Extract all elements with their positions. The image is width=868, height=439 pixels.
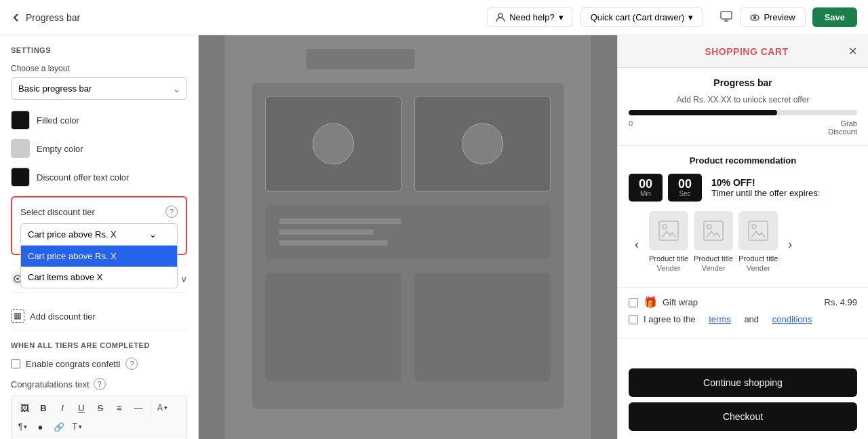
discount-tier-display[interactable]: Cart price above Rs. X ⌄ <box>20 223 178 246</box>
cart-select-button[interactable]: Quick cart (Cart drawer) ▾ <box>580 7 704 27</box>
product-vendor-1: Vender <box>649 264 688 272</box>
add-discount-tier-row[interactable]: Add discount tier <box>11 303 187 330</box>
svg-rect-6 <box>307 49 415 69</box>
next-products-arrow[interactable]: › <box>782 237 798 252</box>
layout-label: Choose a layout <box>11 64 187 73</box>
cart-drawer: SHOPPING CART ✕ Progress bar Add Rs. XX.… <box>617 35 868 439</box>
timer-row: 00 Min 00 Sec 10% OFF! Timer until the o… <box>629 174 857 202</box>
preview-label: Preview <box>764 12 795 22</box>
tier-option-1[interactable]: Cart price above Rs. X <box>21 246 177 267</box>
main-layout: SETTINGS Choose a layout Basic progress … <box>0 35 868 439</box>
toolbar-font-color-dropdown[interactable]: A ▾ <box>155 402 170 414</box>
toolbar-align-btn[interactable]: ≡ <box>111 399 128 417</box>
terms-and: and <box>744 314 759 324</box>
terms-row: I agree to the terms and conditions <box>629 314 857 324</box>
svg-rect-14 <box>415 273 551 381</box>
discount-tier-label: Select discount tier <box>20 207 95 217</box>
confetti-help-icon[interactable]: ? <box>125 358 138 370</box>
topbar-center: Need help? ▾ Quick cart (Cart drawer) ▾ <box>487 7 703 27</box>
toolbar-link-btn[interactable]: 🔗 <box>50 418 68 436</box>
tiers-section: WHEN ALL TIERS ARE COMPLETED Enable cong… <box>11 330 187 438</box>
product-card-3: Product title Vender <box>738 211 778 272</box>
svg-point-11 <box>462 123 503 164</box>
toolbar-divider-1 <box>151 401 151 415</box>
topbar: Progress bar Need help? ▾ Quick cart (Ca… <box>0 0 868 35</box>
empty-color-row: Empty color <box>11 139 187 158</box>
toolbar-para-dropdown[interactable]: ¶ ▾ <box>16 421 30 433</box>
timer-text: 10% OFF! Timer until the offer expires: <box>711 177 820 198</box>
toolbar-highlight-btn[interactable]: ● <box>31 418 49 436</box>
editor-toolbar: 🖼 B I U S ≡ — A ▾ ¶ ▾ ● 🔗 T ▾ <box>11 396 187 438</box>
canvas <box>199 35 617 439</box>
toolbar-underline-btn[interactable]: U <box>73 399 90 417</box>
timer-sec-box: 00 Sec <box>668 174 702 202</box>
empty-color-label: Empty color <box>37 144 83 154</box>
canvas-bg <box>199 35 617 439</box>
rec-title: Product recommendation <box>629 155 857 166</box>
left-panel: SETTINGS Choose a layout Basic progress … <box>0 35 199 439</box>
add-tier-icon <box>11 309 24 323</box>
progress-end-label: GrabDiscount <box>828 119 857 136</box>
discount-tier-dropdown: Cart price above Rs. X ⌄ Cart price abov… <box>20 223 178 246</box>
progress-labels: 0 GrabDiscount <box>629 119 857 136</box>
checkout-button[interactable]: Checkout <box>629 402 857 431</box>
eye-icon <box>750 13 760 22</box>
help-label: Need help? <box>509 12 555 22</box>
svg-point-23 <box>752 225 756 229</box>
gift-wrap-icon: 🎁 <box>644 296 657 309</box>
gift-wrap-checkbox[interactable] <box>629 298 638 307</box>
congrats-help-icon[interactable]: ? <box>94 378 106 390</box>
cart-buttons: Continue shopping Checkout <box>618 360 868 439</box>
confetti-checkbox[interactable] <box>11 359 20 368</box>
continue-shopping-button[interactable]: Continue shopping <box>629 368 857 397</box>
preview-button[interactable]: Preview <box>740 7 805 27</box>
gift-wrap-price: Rs. 4.99 <box>825 297 857 307</box>
product-cards: Product title Vender Prod <box>649 211 778 272</box>
discount-tier-header: Select discount tier ? <box>20 206 178 218</box>
discount-text-color-swatch[interactable] <box>11 168 30 187</box>
add-tier-label: Add discount tier <box>30 311 96 322</box>
confetti-row: Enable congrats confetti ? <box>11 358 187 370</box>
recommendation-section: Product recommendation 00 Min 00 Sec <box>618 146 868 288</box>
timer-offer-label: 10% OFF! <box>711 177 820 188</box>
terms-prefix: I agree to the <box>644 314 696 324</box>
congrats-text: Congratulations text <box>11 379 90 389</box>
conditions-link[interactable]: conditions <box>772 314 812 324</box>
layout-select-wrapper: Basic progress bar ⌄ <box>11 77 187 100</box>
toolbar-bold-btn[interactable]: B <box>35 399 52 417</box>
empty-color-swatch[interactable] <box>11 139 30 158</box>
toolbar-strikethrough-btn[interactable]: S <box>92 399 109 417</box>
svg-point-3 <box>754 16 756 18</box>
cart-options: 🎁 Gift wrap Rs. 4.99 I agree to the term… <box>618 288 868 339</box>
save-button[interactable]: Save <box>812 7 857 27</box>
prev-products-arrow[interactable]: ‹ <box>629 237 645 252</box>
layout-select[interactable]: Basic progress bar <box>11 77 187 100</box>
discount-text-color-label: Discount offer text color <box>37 172 129 183</box>
discount-tier-help-icon[interactable]: ? <box>165 206 178 218</box>
cart-close-button[interactable]: ✕ <box>848 45 857 58</box>
svg-rect-15 <box>279 218 401 224</box>
product-card-2: Product title Vender <box>694 211 733 272</box>
tier-option-2[interactable]: Cart items above X <box>21 267 177 288</box>
cart-body: Progress bar Add Rs. XX.XX to unlock sec… <box>618 68 868 360</box>
toolbar-hr-btn[interactable]: — <box>130 399 147 417</box>
tiers-section-title: WHEN ALL TIERS ARE COMPLETED <box>11 341 187 349</box>
topbar-right: Preview Save <box>719 7 857 27</box>
monitor-icon[interactable] <box>719 9 733 25</box>
congrats-label-row: Congratulations text ? <box>11 378 187 390</box>
toolbar-italic-btn[interactable]: I <box>54 399 71 417</box>
discount-tier-section: Select discount tier ? Cart price above … <box>11 196 187 255</box>
terms-link[interactable]: terms <box>709 314 731 324</box>
discount-text-color-row: Discount offer text color <box>11 168 187 187</box>
product-vendor-2: Vender <box>694 264 733 272</box>
terms-checkbox[interactable] <box>629 315 638 324</box>
cart-select-chevron: ▾ <box>688 12 693 22</box>
toolbar-type-dropdown[interactable]: T ▾ <box>69 421 84 433</box>
progress-desc: Add Rs. XX.XX to unlock secret offer <box>629 95 857 104</box>
toolbar-image-btn[interactable]: 🖼 <box>16 399 33 417</box>
help-button[interactable]: Need help? ▾ <box>487 7 572 27</box>
back-button[interactable]: Progress bar <box>11 12 80 23</box>
progress-fill <box>629 110 777 115</box>
cart-select-label: Quick cart (Cart drawer) <box>591 12 685 22</box>
filled-color-swatch[interactable] <box>11 111 30 130</box>
